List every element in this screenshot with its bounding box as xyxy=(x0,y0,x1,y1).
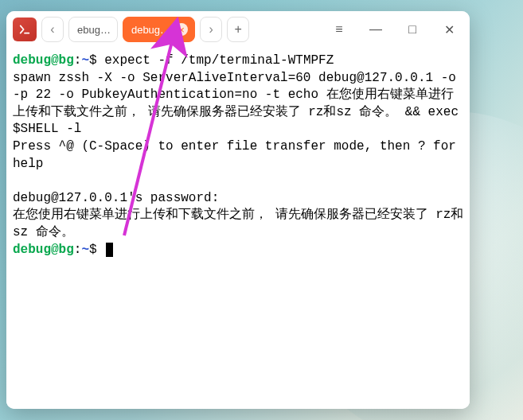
prompt-path: ~ xyxy=(81,243,89,257)
tab-active[interactable]: debug… × xyxy=(123,17,195,42)
menu-button[interactable]: ≡ xyxy=(323,17,355,42)
app-icon[interactable] xyxy=(13,18,37,41)
prompt-char: $ xyxy=(89,243,97,257)
output-line-hint: Press ^@ (C-Space) to enter file transfe… xyxy=(13,139,464,171)
close-window-button[interactable]: ✕ xyxy=(433,17,465,42)
terminal-icon xyxy=(18,23,31,36)
titlebar: ‹ ebug… debug… × › + ≡ — xyxy=(6,11,470,48)
prompt-path: ~ xyxy=(81,53,89,68)
output-line-spawn: spawn zssh -X -o ServerAliveInterval=60 … xyxy=(13,71,466,137)
minimize-icon: — xyxy=(369,22,382,37)
tab-next-button[interactable]: › xyxy=(200,17,222,42)
terminal-body[interactable]: debug@bg:~$ expect -f /tmp/terminal-WTMP… xyxy=(6,48,470,409)
tab-label: debug… xyxy=(131,24,170,36)
terminal-window: ‹ ebug… debug… × › + ≡ — xyxy=(6,11,470,409)
prompt-user: debug@bg xyxy=(13,53,74,68)
output-line-msg: 在您使用右键菜单进行上传和下载文件之前， 请先确保服务器已经安装了 rz和sz … xyxy=(13,208,463,239)
hamburger-icon: ≡ xyxy=(335,22,342,37)
prompt-user: debug@bg xyxy=(13,243,74,257)
plus-icon: + xyxy=(234,22,241,37)
output-line-password: debug@127.0.0.1's password: xyxy=(13,191,219,205)
tab-add-button[interactable]: + xyxy=(227,17,249,42)
chevron-left-icon: ‹ xyxy=(50,22,54,37)
close-icon: ✕ xyxy=(444,22,455,37)
tab-close-button[interactable]: × xyxy=(175,23,188,36)
cursor xyxy=(106,243,113,257)
prompt-char: $ xyxy=(89,53,97,68)
chevron-right-icon: › xyxy=(209,22,213,37)
desktop-background: ‹ ebug… debug… × › + ≡ — xyxy=(0,0,523,420)
maximize-button[interactable]: □ xyxy=(396,17,428,42)
close-icon: × xyxy=(178,25,185,35)
tab-prev-button[interactable]: ‹ xyxy=(41,17,64,42)
prompt-sep: : xyxy=(74,53,82,68)
tab-inactive[interactable]: ebug… xyxy=(68,17,118,42)
command-line-1: expect -f /tmp/terminal-WTMPFZ xyxy=(97,53,334,68)
minimize-button[interactable]: — xyxy=(360,17,392,42)
tab-label: ebug… xyxy=(77,24,111,36)
prompt-sep: : xyxy=(74,243,82,257)
maximize-icon: □ xyxy=(408,22,416,37)
